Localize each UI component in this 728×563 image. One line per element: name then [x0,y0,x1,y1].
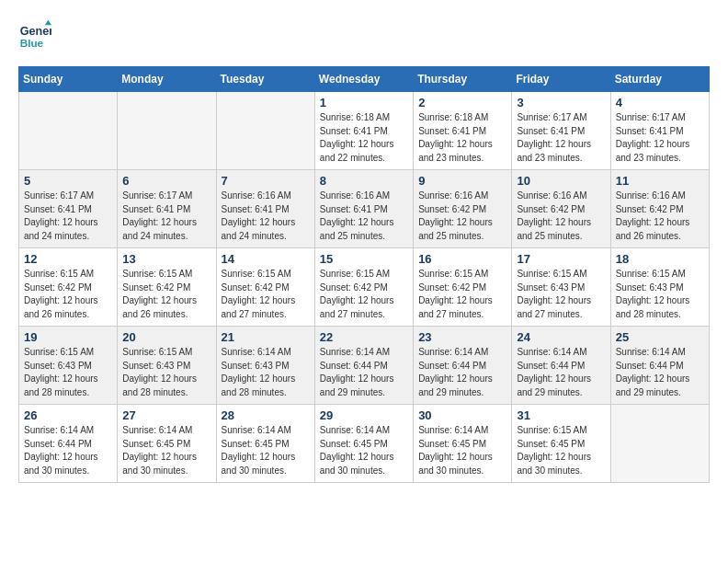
svg-marker-2 [45,20,51,25]
day-cell-1: 1Sunrise: 6:18 AM Sunset: 6:41 PM Daylig… [314,92,413,170]
day-number: 27 [122,408,210,422]
day-number: 4 [616,96,704,109]
day-number: 14 [222,252,310,266]
day-number: 18 [616,252,704,266]
day-cell-28: 28Sunrise: 6:14 AM Sunset: 6:45 PM Dayli… [216,405,314,483]
week-row-1: 1Sunrise: 6:18 AM Sunset: 6:41 PM Daylig… [19,92,710,170]
day-cell-12: 12Sunrise: 6:15 AM Sunset: 6:42 PM Dayli… [19,248,118,327]
day-info: Sunrise: 6:14 AM Sunset: 6:45 PM Dayligh… [320,424,408,477]
empty-cell [216,92,314,170]
day-info: Sunrise: 6:15 AM Sunset: 6:43 PM Dayligh… [122,346,210,399]
day-number: 8 [320,174,408,188]
col-header-thursday: Thursday [414,67,512,92]
day-cell-23: 23Sunrise: 6:14 AM Sunset: 6:44 PM Dayli… [414,327,512,405]
day-info: Sunrise: 6:16 AM Sunset: 6:42 PM Dayligh… [517,190,605,243]
day-number: 22 [320,330,408,344]
day-number: 30 [418,408,506,422]
day-info: Sunrise: 6:16 AM Sunset: 6:42 PM Dayligh… [616,190,704,243]
week-row-2: 5Sunrise: 6:17 AM Sunset: 6:41 PM Daylig… [19,170,710,248]
day-number: 17 [517,252,605,266]
day-number: 16 [418,252,506,266]
day-cell-4: 4Sunrise: 6:17 AM Sunset: 6:41 PM Daylig… [610,92,709,170]
week-row-4: 19Sunrise: 6:15 AM Sunset: 6:43 PM Dayli… [19,327,710,405]
day-info: Sunrise: 6:17 AM Sunset: 6:41 PM Dayligh… [616,111,704,165]
day-cell-2: 2Sunrise: 6:18 AM Sunset: 6:41 PM Daylig… [414,92,512,170]
day-cell-6: 6Sunrise: 6:17 AM Sunset: 6:41 PM Daylig… [118,170,216,248]
day-cell-11: 11Sunrise: 6:16 AM Sunset: 6:42 PM Dayli… [610,170,709,248]
col-header-saturday: Saturday [610,67,709,92]
day-number: 11 [616,174,704,188]
day-cell-7: 7Sunrise: 6:16 AM Sunset: 6:41 PM Daylig… [216,170,314,248]
day-info: Sunrise: 6:15 AM Sunset: 6:43 PM Dayligh… [616,268,704,321]
day-number: 7 [222,174,310,188]
day-number: 3 [517,96,605,109]
day-number: 2 [418,96,506,109]
day-info: Sunrise: 6:14 AM Sunset: 6:44 PM Dayligh… [320,346,408,399]
day-cell-29: 29Sunrise: 6:14 AM Sunset: 6:45 PM Dayli… [314,405,413,483]
day-info: Sunrise: 6:14 AM Sunset: 6:44 PM Dayligh… [517,346,605,399]
day-info: Sunrise: 6:16 AM Sunset: 6:41 PM Dayligh… [222,190,310,243]
day-number: 26 [24,408,112,422]
day-cell-3: 3Sunrise: 6:17 AM Sunset: 6:41 PM Daylig… [512,92,610,170]
day-info: Sunrise: 6:15 AM Sunset: 6:45 PM Dayligh… [517,424,605,477]
page-header: General Blue [18,18,710,52]
day-info: Sunrise: 6:18 AM Sunset: 6:41 PM Dayligh… [320,111,408,165]
day-cell-10: 10Sunrise: 6:16 AM Sunset: 6:42 PM Dayli… [512,170,610,248]
day-cell-21: 21Sunrise: 6:14 AM Sunset: 6:43 PM Dayli… [216,327,314,405]
day-cell-15: 15Sunrise: 6:15 AM Sunset: 6:42 PM Dayli… [314,248,413,327]
day-number: 25 [616,330,704,344]
day-info: Sunrise: 6:14 AM Sunset: 6:45 PM Dayligh… [122,424,210,477]
col-header-friday: Friday [512,67,610,92]
day-info: Sunrise: 6:16 AM Sunset: 6:41 PM Dayligh… [320,190,408,243]
day-info: Sunrise: 6:17 AM Sunset: 6:41 PM Dayligh… [517,111,605,165]
day-info: Sunrise: 6:15 AM Sunset: 6:42 PM Dayligh… [222,268,310,321]
day-number: 23 [418,330,506,344]
col-header-tuesday: Tuesday [216,67,314,92]
day-info: Sunrise: 6:15 AM Sunset: 6:43 PM Dayligh… [24,346,112,399]
day-info: Sunrise: 6:15 AM Sunset: 6:42 PM Dayligh… [418,268,506,321]
day-number: 6 [122,174,210,188]
day-number: 29 [320,408,408,422]
day-cell-19: 19Sunrise: 6:15 AM Sunset: 6:43 PM Dayli… [19,327,118,405]
day-number: 5 [24,174,112,188]
day-number: 21 [222,330,310,344]
calendar-table: SundayMondayTuesdayWednesdayThursdayFrid… [18,66,710,483]
day-cell-8: 8Sunrise: 6:16 AM Sunset: 6:41 PM Daylig… [314,170,413,248]
day-info: Sunrise: 6:14 AM Sunset: 6:44 PM Dayligh… [24,424,112,477]
day-info: Sunrise: 6:15 AM Sunset: 6:42 PM Dayligh… [320,268,408,321]
day-info: Sunrise: 6:15 AM Sunset: 6:42 PM Dayligh… [122,268,210,321]
day-cell-22: 22Sunrise: 6:14 AM Sunset: 6:44 PM Dayli… [314,327,413,405]
day-info: Sunrise: 6:14 AM Sunset: 6:44 PM Dayligh… [418,346,506,399]
day-number: 28 [222,408,310,422]
day-info: Sunrise: 6:15 AM Sunset: 6:42 PM Dayligh… [24,268,112,321]
day-info: Sunrise: 6:14 AM Sunset: 6:44 PM Dayligh… [616,346,704,399]
day-cell-13: 13Sunrise: 6:15 AM Sunset: 6:42 PM Dayli… [118,248,216,327]
day-cell-24: 24Sunrise: 6:14 AM Sunset: 6:44 PM Dayli… [512,327,610,405]
day-number: 1 [320,96,408,109]
day-number: 12 [24,252,112,266]
week-row-5: 26Sunrise: 6:14 AM Sunset: 6:44 PM Dayli… [19,405,710,483]
col-header-wednesday: Wednesday [314,67,413,92]
empty-cell [610,405,709,483]
col-header-sunday: Sunday [19,67,118,92]
day-number: 9 [418,174,506,188]
empty-cell [19,92,118,170]
day-number: 19 [24,330,112,344]
day-cell-5: 5Sunrise: 6:17 AM Sunset: 6:41 PM Daylig… [19,170,118,248]
week-row-3: 12Sunrise: 6:15 AM Sunset: 6:42 PM Dayli… [19,248,710,327]
day-number: 15 [320,252,408,266]
day-cell-16: 16Sunrise: 6:15 AM Sunset: 6:42 PM Dayli… [414,248,512,327]
day-info: Sunrise: 6:15 AM Sunset: 6:43 PM Dayligh… [517,268,605,321]
day-number: 13 [122,252,210,266]
day-cell-20: 20Sunrise: 6:15 AM Sunset: 6:43 PM Dayli… [118,327,216,405]
day-cell-14: 14Sunrise: 6:15 AM Sunset: 6:42 PM Dayli… [216,248,314,327]
logo: General Blue [18,18,55,52]
day-number: 24 [517,330,605,344]
day-cell-17: 17Sunrise: 6:15 AM Sunset: 6:43 PM Dayli… [512,248,610,327]
col-header-monday: Monday [118,67,216,92]
day-cell-27: 27Sunrise: 6:14 AM Sunset: 6:45 PM Dayli… [118,405,216,483]
day-cell-18: 18Sunrise: 6:15 AM Sunset: 6:43 PM Dayli… [610,248,709,327]
day-cell-26: 26Sunrise: 6:14 AM Sunset: 6:44 PM Dayli… [19,405,118,483]
empty-cell [118,92,216,170]
day-cell-25: 25Sunrise: 6:14 AM Sunset: 6:44 PM Dayli… [610,327,709,405]
